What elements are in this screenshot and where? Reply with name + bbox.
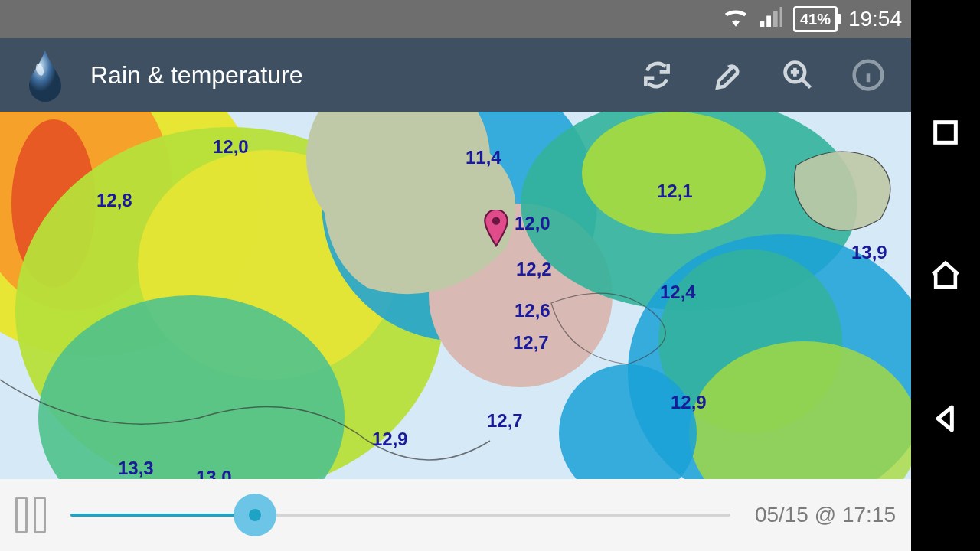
temp-value: 13,0: [196, 467, 232, 479]
page-title: Rain & temperature: [90, 61, 623, 90]
location-pin-icon: [482, 210, 510, 248]
pause-button[interactable]: [15, 497, 52, 533]
map-heat-layer: [0, 112, 911, 479]
home-icon[interactable]: [926, 256, 965, 295]
temp-value: 12,7: [487, 410, 523, 432]
temp-value: 12,0: [514, 213, 550, 234]
temp-value: 11,4: [466, 147, 501, 168]
app-action-bar: Rain & temperature: [0, 38, 911, 112]
temp-value: 12,0: [213, 136, 249, 158]
svg-point-19: [492, 217, 500, 225]
weather-map[interactable]: 12,011,412,812,112,013,912,212,412,612,7…: [0, 112, 911, 479]
temp-value: 12,8: [96, 190, 132, 211]
back-icon[interactable]: [926, 399, 965, 439]
svg-point-14: [582, 112, 766, 234]
info-icon[interactable]: [850, 57, 887, 93]
temp-value: 12,4: [660, 282, 696, 303]
time-slider[interactable]: [70, 500, 730, 530]
clock: 19:54: [848, 7, 902, 31]
temp-value: 13,3: [118, 458, 154, 479]
android-nav-bar: [911, 0, 980, 551]
refresh-icon[interactable]: [639, 57, 675, 93]
temp-value: 12,2: [516, 259, 552, 280]
signal-icon: [760, 7, 782, 32]
temp-value: 12,7: [513, 332, 549, 354]
temp-value: 12,6: [514, 300, 550, 321]
slider-thumb[interactable]: [234, 494, 276, 536]
timestamp-label: 05/15 @ 17:15: [755, 503, 896, 527]
wifi-icon: [723, 7, 749, 32]
battery-pct: 41%: [800, 11, 831, 28]
phone-screen: 41% 19:54 Rain & temperature: [0, 0, 911, 551]
recent-apps-icon[interactable]: [926, 112, 965, 152]
zoom-in-icon[interactable]: [779, 57, 816, 93]
status-bar: 41% 19:54: [0, 0, 911, 38]
battery-indicator: 41%: [793, 6, 838, 32]
temp-value: 13,9: [851, 242, 887, 263]
app-drop-icon: [15, 45, 75, 105]
temp-value: 12,9: [671, 392, 707, 413]
settings-wrench-icon[interactable]: [709, 57, 746, 93]
temp-value: 12,1: [657, 181, 693, 202]
svg-rect-20: [936, 122, 956, 143]
temp-value: 12,9: [372, 429, 408, 450]
timeline-bar: 05/15 @ 17:15: [0, 479, 911, 551]
